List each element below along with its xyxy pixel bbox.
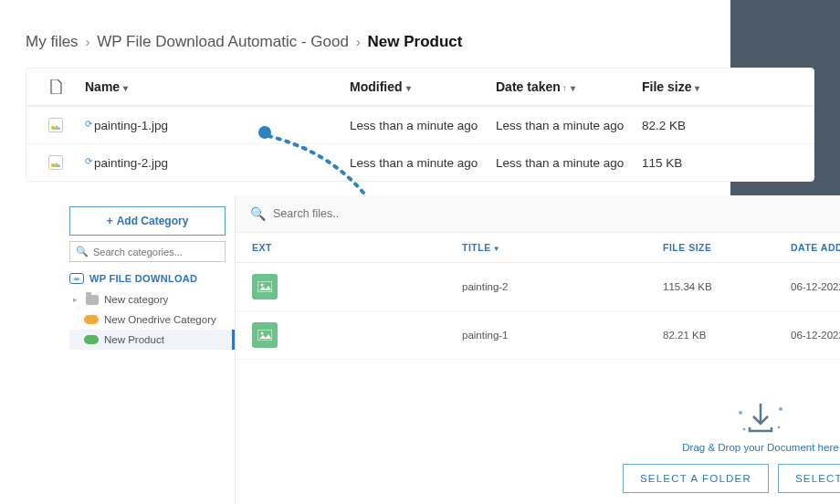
search-categories-input[interactable]	[93, 247, 219, 257]
jpg-ext-icon	[252, 274, 278, 299]
file-list-header: EXT TITLE▼ FILE SIZE DATE ADDED	[236, 233, 840, 263]
col-title[interactable]: TITLE▼	[462, 242, 663, 253]
category-sidebar: +Add Category 🔍 ∞ WP FILE DOWNLOAD ▸ New…	[60, 195, 236, 504]
svg-rect-4	[257, 330, 272, 341]
file-date-taken-cell: Less than a minute ago	[490, 156, 636, 170]
image-file-icon	[48, 118, 63, 132]
file-row[interactable]: painting-1 82.21 KB 06-12-2022	[236, 311, 840, 360]
search-icon: 🔍	[76, 246, 89, 257]
col-modified[interactable]: Modified▾	[344, 79, 490, 94]
search-icon: 🔍	[250, 206, 266, 221]
arrow-up-icon: ↑	[562, 83, 567, 93]
cloud-onedrive-icon	[84, 315, 99, 324]
svg-point-5	[261, 332, 264, 335]
folder-icon	[86, 295, 99, 305]
breadcrumb: My files › WP File Download Automatic - …	[0, 0, 840, 68]
svg-point-7	[779, 407, 782, 411]
tree-node-new-category[interactable]: ▸ New category	[69, 289, 226, 310]
table-row[interactable]: ⟳painting-2.jpg Less than a minute ago L…	[26, 143, 814, 181]
file-list-panel: 🔍 EXT TITLE▼ FILE SIZE DATE ADDED painti…	[236, 195, 840, 504]
file-modified-cell: Less than a minute ago	[344, 119, 490, 132]
image-file-icon	[48, 155, 63, 170]
drop-text: Drag & Drop your Document here	[623, 442, 840, 453]
svg-point-9	[742, 428, 745, 431]
svg-point-8	[777, 426, 780, 429]
chevron-down-icon: ▾	[695, 83, 699, 93]
tree-node-new-product[interactable]: New Product	[69, 330, 235, 350]
file-date: 06-12-2022	[791, 281, 840, 292]
chevron-down-icon: ▾	[123, 83, 128, 93]
onedrive-file-table: Name▾ Modified▾ Date taken↑▾ File size▾ …	[26, 68, 814, 182]
category-tree: ▸ New category New Onedrive Category New…	[69, 289, 226, 350]
document-icon	[49, 79, 62, 94]
col-date-added[interactable]: DATE ADDED	[791, 242, 840, 253]
breadcrumb-current: New Product	[368, 33, 463, 51]
tree-node-onedrive-category[interactable]: New Onedrive Category	[69, 310, 226, 330]
upload-icon	[623, 400, 840, 436]
select-folder-button[interactable]: SELECT A FOLDER	[623, 464, 769, 493]
sidebar-root[interactable]: ∞ WP FILE DOWNLOAD	[69, 273, 226, 284]
file-name-cell: ⟳painting-2.jpg	[79, 156, 344, 170]
file-size: 82.21 KB	[663, 330, 791, 341]
col-file-size[interactable]: File size▾	[636, 79, 737, 94]
chevron-right-icon: ›	[86, 35, 90, 49]
search-files-row[interactable]: 🔍	[236, 195, 840, 233]
chevron-down-icon: ▾	[571, 83, 575, 93]
search-categories-field[interactable]: 🔍	[69, 241, 226, 262]
col-name[interactable]: Name▾	[79, 79, 344, 94]
breadcrumb-mid[interactable]: WP File Download Automatic - Good	[97, 33, 349, 51]
col-file-size[interactable]: FILE SIZE	[663, 242, 791, 253]
sync-icon: ⟳	[85, 156, 92, 166]
cloud-green-icon	[84, 335, 99, 344]
file-icon-header	[26, 79, 79, 94]
file-title: painting-1	[462, 330, 663, 341]
search-files-input[interactable]	[273, 207, 840, 220]
sort-desc-icon: ▼	[493, 245, 500, 253]
table-header-row: Name▾ Modified▾ Date taken↑▾ File size▾	[26, 68, 814, 106]
wpfd-logo-icon: ∞	[69, 273, 84, 284]
file-name-cell: ⟳painting-1.jpg	[79, 119, 344, 132]
file-modified-cell: Less than a minute ago	[344, 156, 490, 170]
chevron-right-icon: ▸	[73, 295, 80, 304]
wpfd-panel: +Add Category 🔍 ∞ WP FILE DOWNLOAD ▸ New…	[60, 195, 840, 504]
file-size: 115.34 KB	[663, 281, 791, 292]
file-title: painting-2	[462, 281, 663, 292]
sync-icon: ⟳	[85, 119, 92, 129]
file-row[interactable]: painting-2 115.34 KB 06-12-2022	[236, 263, 840, 311]
dropzone[interactable]: Drag & Drop your Document here SELECT A …	[623, 400, 840, 493]
col-date-taken[interactable]: Date taken↑▾	[490, 79, 636, 94]
col-ext[interactable]: EXT	[252, 242, 462, 253]
file-size-cell: 82.2 KB	[636, 119, 737, 132]
svg-rect-2	[257, 281, 272, 292]
file-size-cell: 115 KB	[636, 156, 737, 170]
chevron-right-icon: ›	[356, 35, 361, 49]
select-files-button[interactable]: SELECT FILES	[778, 464, 840, 493]
breadcrumb-root[interactable]: My files	[26, 33, 79, 51]
plus-icon: +	[107, 215, 113, 227]
table-row[interactable]: ⟳painting-1.jpg Less than a minute ago L…	[26, 106, 814, 143]
file-date: 06-12-2022	[791, 330, 840, 341]
file-date-taken-cell: Less than a minute ago	[490, 119, 636, 132]
svg-point-6	[739, 411, 742, 415]
chevron-down-icon: ▾	[406, 83, 411, 93]
svg-point-3	[261, 284, 264, 287]
add-category-button[interactable]: +Add Category	[69, 206, 226, 236]
jpg-ext-icon	[252, 322, 278, 348]
